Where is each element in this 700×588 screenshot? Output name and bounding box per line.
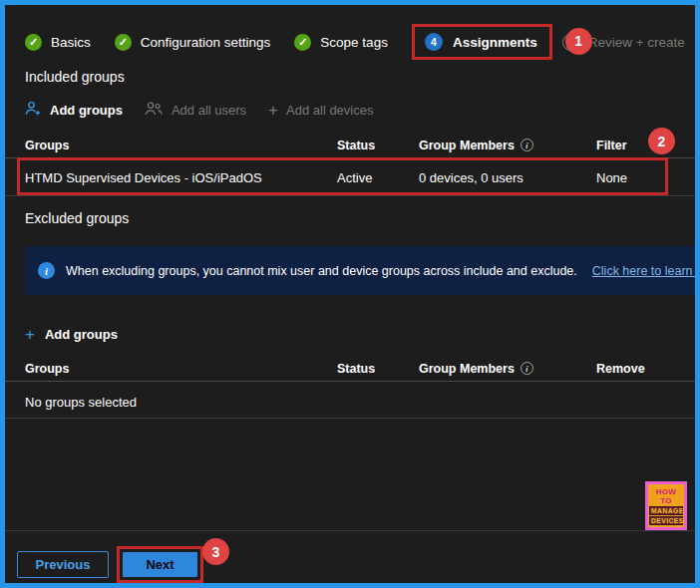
wizard-step-label: Assignments <box>453 35 537 50</box>
add-groups-button[interactable]: Add groups <box>25 101 123 120</box>
info-icon: i <box>38 262 55 279</box>
info-icon[interactable]: i <box>521 139 533 151</box>
excluded-empty-row: No groups selected <box>5 387 695 419</box>
status-cell: Active <box>337 170 419 185</box>
wizard-step-label: Basics <box>51 35 91 50</box>
column-groups: Groups <box>25 362 337 376</box>
wizard-step-scope-tags[interactable]: ✓ Scope tags <box>294 34 388 51</box>
wizard-step-basics[interactable]: ✓ Basics <box>25 34 91 51</box>
column-groups: Groups <box>25 139 337 152</box>
column-status: Status <box>337 362 419 376</box>
wizard-step-label: Scope tags <box>320 35 388 50</box>
wizard-step-label: Review + create <box>588 35 685 50</box>
add-person-icon <box>25 101 42 120</box>
empty-text: No groups selected <box>25 395 337 410</box>
filter-cell: None <box>596 170 695 185</box>
column-status: Status <box>337 139 419 152</box>
plus-icon: + <box>268 102 278 119</box>
info-icon[interactable]: i <box>521 362 533 375</box>
step-number-icon: 4 <box>425 33 443 51</box>
excluded-table-header: Groups Status Group Members i Remove <box>5 356 695 382</box>
group-name-cell: HTMD Supervised Devices - iOS/iPadOS <box>25 170 337 185</box>
check-icon: ✓ <box>115 34 132 51</box>
add-all-users-button[interactable]: Add all users <box>145 101 246 120</box>
check-icon: ✓ <box>294 34 311 51</box>
annotation-badge-1: 1 <box>565 28 592 55</box>
learn-more-link[interactable]: Click here to learn more abo <box>592 264 695 278</box>
add-all-devices-button[interactable]: + Add all devices <box>268 102 373 119</box>
wizard-step-configuration-settings[interactable]: ✓ Configuration settings <box>115 34 271 51</box>
included-actions: Add groups Add all users + Add all devic… <box>25 97 373 123</box>
excluded-groups-title: Excluded groups <box>25 210 129 226</box>
included-table-header: Groups Status Group Members i Filter <box>5 133 695 158</box>
banner-text: When excluding groups, you cannot mix us… <box>66 264 577 278</box>
users-icon <box>145 101 164 120</box>
column-filter: Filter <box>596 139 695 152</box>
wizard-footer: Previous Next 3 <box>5 530 695 583</box>
plus-icon: + <box>25 326 35 343</box>
htmd-watermark-logo: HOW TO MANAGE DEVICES <box>645 481 687 530</box>
logo-line-1: HOW TO <box>649 487 683 505</box>
included-group-row[interactable]: HTMD Supervised Devices - iOS/iPadOS Act… <box>5 159 695 196</box>
next-button[interactable]: Next <box>123 552 197 577</box>
excluded-add-groups-button[interactable]: + Add groups <box>25 322 118 346</box>
wizard-step-review-create[interactable]: 1 Review + create <box>562 34 685 51</box>
included-groups-title: Included groups <box>25 69 125 85</box>
wizard-step-assignments[interactable]: 4 Assignments <box>412 24 552 60</box>
logo-line-3: DEVICES <box>649 516 683 525</box>
exclude-info-banner: i When excluding groups, you cannot mix … <box>25 246 695 295</box>
column-group-members: Group Members i <box>419 362 596 376</box>
logo-line-2: MANAGE <box>649 506 683 515</box>
wizard-step-label: Configuration settings <box>141 35 271 50</box>
annotation-badge-3: 3 <box>202 538 229 565</box>
column-remove: Remove <box>596 362 695 376</box>
screenshot-frame: ✓ Basics ✓ Configuration settings ✓ Scop… <box>0 0 700 588</box>
wizard-steps: ✓ Basics ✓ Configuration settings ✓ Scop… <box>25 21 691 63</box>
annotation-badge-2: 2 <box>648 128 675 154</box>
annotation-box-next: Next <box>117 546 203 583</box>
previous-button[interactable]: Previous <box>17 551 109 578</box>
assignments-panel: ✓ Basics ✓ Configuration settings ✓ Scop… <box>5 5 695 583</box>
column-group-members: Group Members i <box>419 139 596 152</box>
check-icon: ✓ <box>25 34 42 51</box>
members-cell: 0 devices, 0 users <box>419 170 596 185</box>
